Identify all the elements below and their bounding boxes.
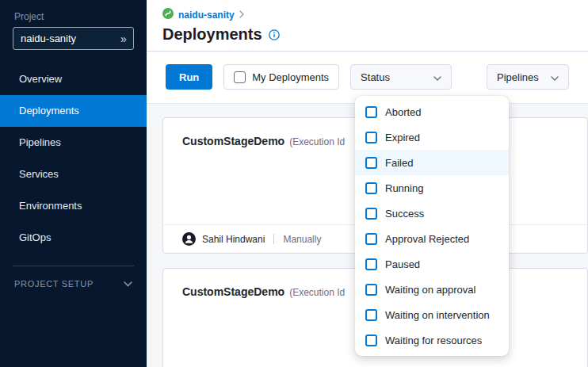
status-option-running[interactable]: Running [355,175,509,201]
sidebar-item-environments[interactable]: Environments [0,190,147,222]
sidebar-nav: Overview Deployments Pipelines Services … [0,63,147,254]
chevron-down-icon [551,71,559,83]
status-filter-label: Status [361,71,390,83]
pipeline-name[interactable]: CustomStageDemo [182,135,284,147]
checkbox-icon[interactable] [365,182,377,194]
sidebar-item-deployments[interactable]: Deployments [0,95,147,127]
checkbox-icon[interactable] [365,233,377,245]
project-label: Project [0,0,147,27]
sidebar-item-overview[interactable]: Overview [0,63,147,95]
status-option-approval-rejected[interactable]: Approval Rejected [355,226,509,251]
title-row: Deployments [162,25,588,44]
status-option-label: Success [385,208,424,220]
checkbox-icon[interactable] [365,258,377,270]
trigger-type: Manually [283,234,321,245]
status-option-label: Expired [385,132,420,143]
project-expand-icon[interactable]: » [114,32,133,45]
status-option-success[interactable]: Success [355,201,509,226]
pipeline-name[interactable]: CustomStageDemo [182,285,284,298]
sidebar-divider [13,266,134,266]
status-option-label: Aborted [385,106,422,118]
status-option-label: Waiting on intervention [385,309,490,321]
checkbox-icon[interactable] [365,208,377,220]
status-option-waiting-on-intervention[interactable]: Waiting on intervention [355,302,509,327]
breadcrumb-project-link[interactable]: naidu-sanity [178,10,235,21]
status-option-label: Failed [385,157,413,169]
checkbox-icon[interactable] [365,309,377,321]
chevron-right-icon [239,10,244,21]
my-deployments-filter[interactable]: My Deployments [223,64,339,90]
status-options-dropdown: Aborted Expired Failed Running Success A… [355,96,509,356]
checkbox-icon[interactable] [365,132,377,143]
project-selector[interactable]: naidu-sanity » [13,27,134,50]
status-option-waiting-for-resources[interactable]: Waiting for resources [355,327,509,353]
status-option-expired[interactable]: Expired [355,124,509,150]
info-icon[interactable] [269,29,280,40]
run-button[interactable]: Run [166,64,212,90]
checkbox-icon[interactable] [234,71,246,83]
sidebar: Project naidu-sanity » Overview Deployme… [0,0,147,367]
status-option-failed[interactable]: Failed [355,150,509,175]
project-name: naidu-sanity [13,32,114,44]
breadcrumb: naidu-sanity [162,8,588,21]
checkbox-icon[interactable] [365,106,377,118]
chevron-down-icon [433,71,441,83]
status-option-label: Waiting for resources [385,335,482,346]
status-option-label: Waiting on approval [385,284,475,296]
checkbox-icon[interactable] [365,157,377,169]
execution-id-text: (Execution Id [289,287,345,298]
sidebar-item-services[interactable]: Services [0,159,147,190]
pipelines-filter-label: Pipelines [497,71,539,83]
cd-module-icon [162,8,174,21]
sidebar-item-gitops[interactable]: GitOps [0,222,147,254]
footer-separator [273,234,274,244]
status-option-aborted[interactable]: Aborted [355,99,509,124]
page-title: Deployments [162,25,262,44]
author-name: Sahil Hindwani [202,234,265,245]
status-option-paused[interactable]: Paused [355,251,509,277]
execution-id-text: (Execution Id [289,136,345,147]
checkbox-icon[interactable] [365,284,377,296]
status-option-waiting-on-approval[interactable]: Waiting on approval [355,277,509,302]
pipelines-filter-dropdown[interactable]: Pipelines [487,64,569,90]
chevron-down-icon [124,279,132,289]
checkbox-icon[interactable] [365,335,377,346]
project-setup-toggle[interactable]: PROJECT SETUP [0,279,147,289]
status-option-label: Approval Rejected [385,233,469,245]
project-setup-label: PROJECT SETUP [14,279,94,289]
avatar [182,232,196,246]
page-header: naidu-sanity Deployments [147,0,588,52]
status-option-label: Paused [385,258,420,270]
sidebar-item-pipelines[interactable]: Pipelines [0,127,147,159]
status-option-label: Running [385,182,423,194]
my-deployments-label: My Deployments [252,71,329,83]
status-filter-dropdown[interactable]: Status [350,64,452,90]
